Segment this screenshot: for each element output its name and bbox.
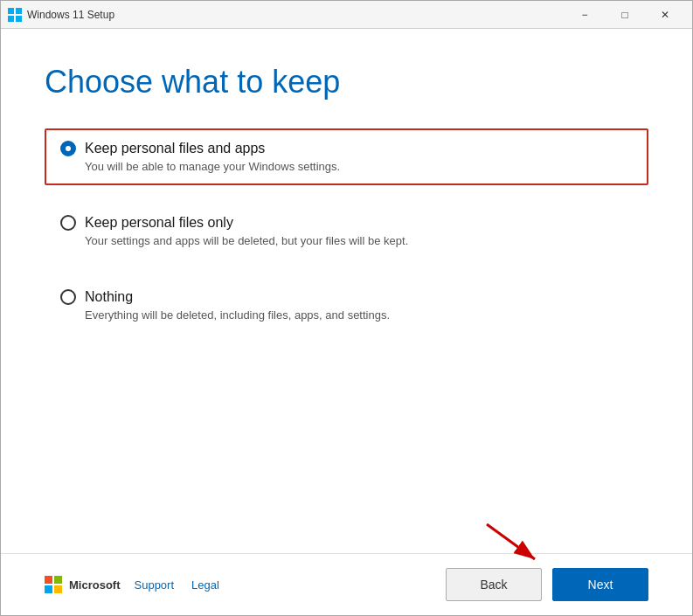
- title-bar: Windows 11 Setup − □ ✕: [1, 1, 692, 29]
- minimize-button[interactable]: −: [565, 1, 605, 29]
- maximize-button[interactable]: □: [605, 1, 645, 29]
- radio-keep-files-only[interactable]: [60, 215, 76, 231]
- ms-cell-red: [45, 576, 52, 584]
- option-row-1: Keep personal files and apps: [60, 141, 633, 156]
- back-button[interactable]: Back: [446, 568, 542, 601]
- ms-cell-yellow: [54, 585, 62, 593]
- svg-rect-3: [16, 16, 22, 22]
- legal-link[interactable]: Legal: [191, 578, 219, 592]
- svg-rect-1: [16, 8, 22, 14]
- close-button[interactable]: ✕: [645, 1, 685, 29]
- option-desc-1: You will be able to manage your Windows …: [85, 160, 633, 173]
- next-button[interactable]: Next: [552, 568, 648, 601]
- option-row-3: Nothing: [60, 289, 633, 305]
- option-label-1: Keep personal files and apps: [85, 141, 265, 156]
- option-keep-files-apps[interactable]: Keep personal files and apps You will be…: [45, 128, 648, 185]
- option-desc-3: Everything will be deleted, including fi…: [85, 308, 633, 322]
- footer-buttons: Back Next: [446, 568, 648, 601]
- radio-inner-1: [66, 146, 71, 151]
- main-content: Choose what to keep Keep personal files …: [1, 29, 692, 553]
- footer-links: Support Legal: [135, 578, 219, 592]
- option-label-3: Nothing: [85, 289, 133, 305]
- option-row-2: Keep personal files only: [60, 215, 633, 231]
- window-title: Windows 11 Setup: [27, 9, 565, 21]
- options-list: Keep personal files and apps You will be…: [45, 128, 648, 536]
- microsoft-logo: Microsoft: [45, 576, 121, 593]
- title-bar-controls: − □ ✕: [565, 1, 685, 29]
- support-link[interactable]: Support: [135, 578, 175, 592]
- svg-rect-2: [8, 16, 14, 22]
- svg-rect-0: [8, 8, 14, 14]
- page-title: Choose what to keep: [45, 64, 648, 100]
- footer: Microsoft Support Legal Back Next: [1, 553, 692, 615]
- option-keep-files-only[interactable]: Keep personal files only Your settings a…: [45, 203, 648, 260]
- option-label-2: Keep personal files only: [85, 215, 233, 231]
- ms-cell-blue: [45, 585, 52, 593]
- radio-nothing[interactable]: [60, 289, 76, 305]
- ms-grid-icon: [45, 576, 62, 593]
- ms-cell-green: [54, 576, 62, 584]
- option-nothing[interactable]: Nothing Everything will be deleted, incl…: [45, 277, 648, 334]
- window: Windows 11 Setup − □ ✕ Choose what to ke…: [0, 0, 693, 616]
- window-icon: [8, 8, 22, 22]
- brand-name: Microsoft: [69, 578, 121, 592]
- option-desc-2: Your settings and apps will be deleted, …: [85, 234, 633, 247]
- radio-keep-files-apps[interactable]: [60, 141, 76, 156]
